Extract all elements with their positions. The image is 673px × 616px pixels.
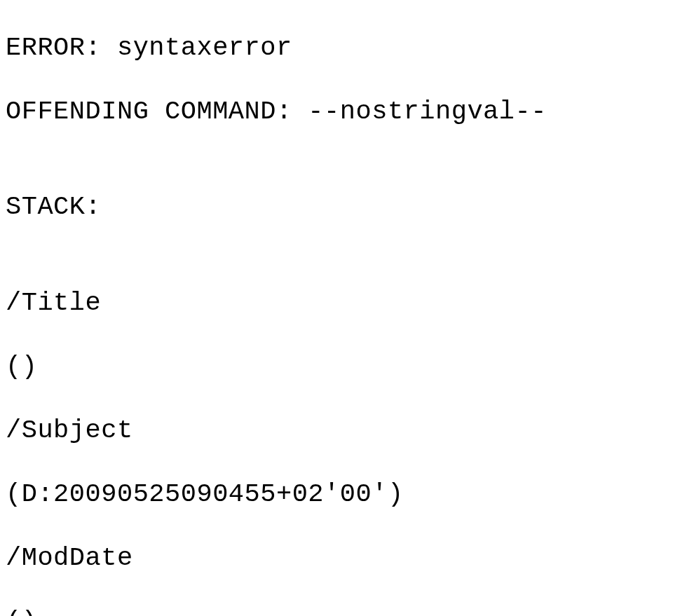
- stack-value-empty: (): [6, 606, 667, 617]
- offending-command-line: OFFENDING COMMAND: --nostringval--: [6, 96, 667, 128]
- stack-value-date: (D:20090525090455+02'00'): [6, 479, 667, 511]
- stack-key-moddate: /ModDate: [6, 542, 667, 575]
- stack-header-line: STACK:: [6, 191, 667, 224]
- stack-value-empty: (): [6, 351, 667, 383]
- stack-key-title: /Title: [6, 287, 667, 320]
- error-dump-page: ERROR: syntaxerror OFFENDING COMMAND: --…: [0, 0, 673, 616]
- stack-key-subject: /Subject: [6, 415, 667, 447]
- error-line: ERROR: syntaxerror: [6, 32, 667, 64]
